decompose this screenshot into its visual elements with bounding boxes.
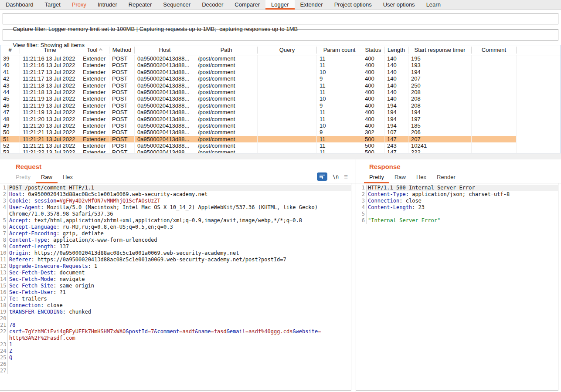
line-number: 26 [0, 361, 8, 368]
menu-tab-learn[interactable]: Learn [421, 0, 446, 10]
format-code-icon[interactable] [317, 172, 327, 181]
cell-time: 11:21:19 13 Jul 2022 [20, 109, 80, 115]
line-number: 21 [0, 322, 8, 328]
response-tab-render[interactable]: Render [432, 172, 461, 183]
cell-start-response-timer: 208 [408, 102, 472, 109]
log-row-42[interactable]: 4211:21:17 13 Jul 2022ExtenderPOST0a9500… [0, 75, 517, 82]
cell-blank: 51 [0, 136, 20, 142]
request-tab-hex[interactable]: Hex [58, 172, 78, 183]
cell-path: /post/comment [195, 142, 258, 149]
editor-line: 18Connection: close [0, 302, 351, 309]
menu-tab-repeater[interactable]: Repeater [123, 0, 157, 10]
column-header-path[interactable]: Path [195, 47, 258, 54]
cell-query [258, 89, 317, 95]
line-number: 24 [0, 348, 8, 355]
menu-tab-sequencer[interactable]: Sequencer [157, 0, 196, 10]
log-row-53[interactable]: 5311:21:22 13 Jul 2022ExtenderPOST0a9500… [0, 149, 517, 153]
cell-path: /post/comment [195, 129, 258, 135]
log-row-39[interactable]: 3911:21:16 13 Jul 2022ExtenderPOST0a9500… [0, 55, 517, 62]
line-number: 19 [0, 309, 8, 315]
capture-filter-bar[interactable]: Capture filter: Logger memory limit set … [3, 13, 558, 24]
line-number: 10 [0, 250, 8, 257]
log-row-51[interactable]: 5111:21:21 13 Jul 2022ExtenderPOST0a9500… [0, 136, 517, 142]
log-row-52[interactable]: 5211:21:21 13 Jul 2022ExtenderPOST0a9500… [0, 142, 517, 149]
request-editor[interactable]: 1POST /post/comment HTTP/1.12Host: 0a950… [0, 183, 351, 391]
cell-param-count: 11 [317, 109, 362, 115]
cell-tool: Extender [80, 89, 109, 95]
column-header-start-response-timer[interactable]: Start response timer [408, 47, 472, 54]
cell-host: 0a9500020413d88... [135, 142, 195, 149]
response-tab-pretty[interactable]: Pretty [364, 172, 389, 183]
editor-line: 4User-Agent: Mozilla/5.0 (Macintosh; Int… [0, 204, 351, 211]
editor-line: 231 [0, 341, 351, 348]
request-tab-raw[interactable]: Raw [36, 172, 58, 183]
menu-tab-decoder[interactable]: Decoder [196, 0, 229, 10]
log-row-40[interactable]: 4011:21:16 13 Jul 2022ExtenderPOST0a9500… [0, 62, 517, 68]
cell-status: 400 [362, 75, 384, 82]
cell-comment [472, 75, 517, 82]
column-header-query[interactable]: Query [258, 47, 317, 54]
column-header-comment[interactable]: Comment [472, 47, 517, 54]
editor-settings-icon[interactable]: ≡ [344, 173, 348, 180]
menu-tab-comparer[interactable]: Comparer [229, 0, 265, 10]
menu-tab-project-options[interactable]: Project options [329, 0, 377, 10]
menu-tab-target[interactable]: Target [39, 0, 66, 10]
cell-status: 400 [362, 69, 384, 75]
menu-tab-logger[interactable]: Logger [265, 0, 294, 10]
cell-comment [472, 62, 517, 68]
log-row-47[interactable]: 4711:21:19 13 Jul 2022ExtenderPOST0a9500… [0, 109, 517, 115]
column-header-tool[interactable]: Tool [80, 47, 109, 54]
cell-tool: Extender [80, 136, 109, 142]
cell-comment [472, 55, 517, 62]
line-number: 14 [0, 276, 8, 283]
cell-query [258, 55, 317, 62]
line-number: 18 [0, 302, 8, 309]
request-tab-pretty[interactable]: Pretty [10, 172, 36, 183]
nonprintable-chars-icon[interactable]: \n [333, 174, 339, 180]
cell-tool: Extender [80, 69, 109, 75]
column-header-status[interactable]: Status [362, 47, 384, 54]
cell-time: 11:21:17 13 Jul 2022 [20, 69, 80, 75]
response-tab-raw[interactable]: Raw [389, 172, 411, 183]
burp-window: DashboardTargetProxyIntruderRepeaterSequ… [0, 0, 561, 392]
column-header-method[interactable]: Method [109, 47, 135, 54]
menu-tab-dashboard[interactable]: Dashboard [0, 0, 39, 10]
log-row-49[interactable]: 4911:21:20 13 Jul 2022ExtenderPOST0a9500… [0, 122, 517, 129]
line-number: 20 [0, 315, 8, 322]
editor-line: 13Sec-Fetch-Dest: document [0, 270, 351, 276]
log-row-44[interactable]: 4411:21:18 13 Jul 2022ExtenderPOST0a9500… [0, 89, 517, 95]
cell-tool: Extender [80, 129, 109, 135]
cell-blank: 47 [0, 109, 20, 115]
line-number: 3 [356, 198, 367, 204]
cell-path: /post/comment [195, 62, 258, 68]
log-row-43[interactable]: 4311:21:18 13 Jul 2022ExtenderPOST0a9500… [0, 82, 517, 89]
log-row-48[interactable]: 4811:21:20 13 Jul 2022ExtenderPOST0a9500… [0, 116, 517, 122]
cell-path: /post/comment [195, 89, 258, 95]
response-editor[interactable]: 1HTTP/1.1 500 Internal Server Error2Cont… [356, 183, 558, 391]
message-panes: Request PrettyRawHex \n ≡ 1POST /post/co… [0, 159, 561, 392]
column-header-host[interactable]: Host [135, 47, 195, 54]
line-number [0, 335, 8, 341]
cell-length: 147 [384, 149, 408, 153]
menu-tab-intruder[interactable]: Intruder [92, 0, 123, 10]
cell-length: 140 [384, 95, 408, 102]
column-header-time[interactable]: Time [20, 47, 80, 54]
cell-method: POST [109, 122, 135, 129]
menu-tab-user-options[interactable]: User options [377, 0, 421, 10]
response-tab-hex[interactable]: Hex [411, 172, 432, 183]
cell-param-count: 11 [317, 149, 362, 153]
column-header-length[interactable]: Length [384, 47, 408, 54]
horizontal-splitter[interactable] [0, 153, 561, 159]
log-row-45[interactable]: 4511:21:19 13 Jul 2022ExtenderPOST0a9500… [0, 95, 517, 102]
cell-blank: 48 [0, 116, 20, 122]
column-header-param-count[interactable]: Param count [317, 47, 362, 54]
column-header-blank[interactable]: # [0, 47, 20, 54]
menu-tab-extender[interactable]: Extender [295, 0, 329, 10]
cell-comment [472, 116, 517, 122]
log-row-46[interactable]: 4611:21:19 13 Jul 2022ExtenderPOST0a9500… [0, 102, 517, 109]
cell-start-response-timer: 222 [408, 149, 472, 153]
cell-status: 400 [362, 55, 384, 62]
log-row-41[interactable]: 4111:21:17 13 Jul 2022ExtenderPOST0a9500… [0, 69, 517, 75]
menu-tab-proxy[interactable]: Proxy [66, 0, 92, 10]
log-row-50[interactable]: 5011:21:21 13 Jul 2022ExtenderPOST0a9500… [0, 129, 517, 135]
